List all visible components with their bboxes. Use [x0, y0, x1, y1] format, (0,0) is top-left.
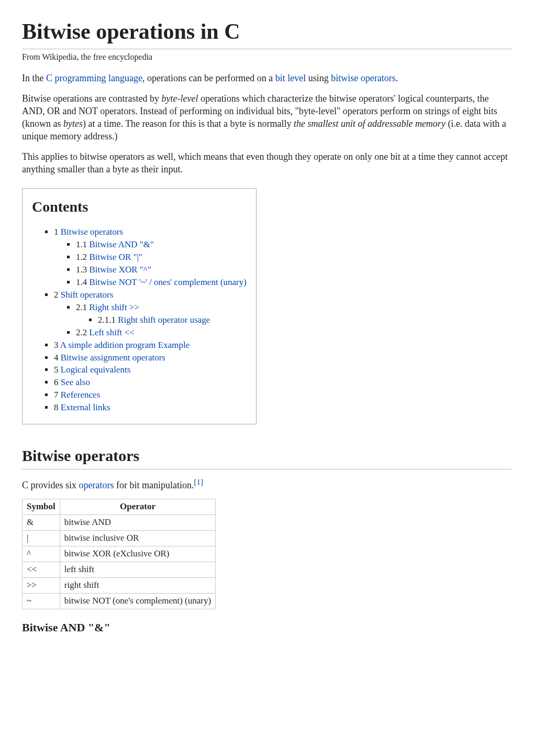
- toc-num: 2.1.1: [98, 315, 116, 325]
- page-title: Bitwise operations in C: [22, 17, 512, 49]
- toc-item: 2 Shift operators 2.1 Right shift >> 2.1…: [54, 289, 247, 339]
- toc-num: 2: [54, 290, 59, 300]
- toc-link-assignment-ops[interactable]: Bitwise assignment operators: [61, 353, 165, 363]
- text: In the: [22, 73, 46, 83]
- toc-item: 1.2 Bitwise OR "|": [76, 251, 247, 264]
- cell-symbol: <<: [23, 562, 60, 577]
- toc-link-logical-equiv[interactable]: Logical equivalents: [61, 365, 131, 375]
- link-operators[interactable]: operators: [79, 480, 114, 490]
- text: , operations can be performed on a: [142, 73, 275, 83]
- table-row: ^ bitwise XOR (eXclusive OR): [23, 546, 216, 562]
- text: Bitwise operations are contrasted by: [22, 93, 161, 104]
- toc-num: 4: [54, 353, 59, 363]
- toc-link-bitwise-or[interactable]: Bitwise OR "|": [90, 252, 142, 262]
- toc-link-references[interactable]: References: [61, 390, 101, 400]
- em-byte-level: byte-level: [161, 93, 198, 104]
- toc-num: 7: [54, 390, 59, 400]
- toc-num: 1.1: [76, 239, 87, 249]
- text: for bit manipulation.: [114, 480, 194, 490]
- link-bit-level[interactable]: bit level: [275, 73, 306, 83]
- section1-paragraph: C provides six operators for bit manipul…: [22, 477, 512, 491]
- th-operator: Operator: [60, 499, 215, 515]
- toc-link-right-shift-usage[interactable]: Right shift operator usage: [118, 315, 210, 325]
- cell-symbol: |: [23, 530, 60, 546]
- cell-operator: bitwise XOR (eXclusive OR): [60, 546, 215, 562]
- toc-num: 2.1: [76, 302, 87, 312]
- toc-list: 1 Bitwise operators 1.1 Bitwise AND "&" …: [32, 226, 247, 414]
- toc-heading: Contents: [32, 197, 247, 217]
- operators-table: Symbol Operator & bitwise AND | bitwise …: [22, 499, 216, 609]
- link-c-language[interactable]: C programming language: [46, 73, 142, 83]
- toc-item: 8 External links: [54, 402, 247, 414]
- toc-item: 2.1.1 Right shift operator usage: [98, 314, 247, 326]
- text: C provides six: [22, 480, 79, 490]
- toc-num: 5: [54, 365, 59, 375]
- toc-item: 1 Bitwise operators 1.1 Bitwise AND "&" …: [54, 226, 247, 289]
- table-of-contents: Contents 1 Bitwise operators 1.1 Bitwise…: [22, 188, 257, 424]
- table-row: ~ bitwise NOT (one's complement) (unary): [23, 593, 216, 609]
- toc-link-shift-operators[interactable]: Shift operators: [61, 290, 114, 300]
- reference-link-1[interactable]: [1]: [194, 478, 203, 486]
- toc-link-bitwise-xor[interactable]: Bitwise XOR "^": [90, 265, 151, 275]
- toc-num: 2.2: [76, 327, 87, 337]
- th-symbol: Symbol: [23, 499, 60, 515]
- toc-num: 1.4: [76, 277, 87, 287]
- cell-symbol: ~: [23, 593, 60, 609]
- cell-symbol: &: [23, 514, 60, 530]
- section-heading-bitwise-operators: Bitwise operators: [22, 445, 512, 469]
- toc-item: 5 Logical equivalents: [54, 364, 247, 376]
- table-row: >> right shift: [23, 577, 216, 593]
- table-row: << left shift: [23, 562, 216, 577]
- cell-operator: left shift: [60, 562, 215, 577]
- toc-item: 7 References: [54, 389, 247, 401]
- intro-paragraph-1: In the C programming language, operation…: [22, 72, 512, 84]
- cell-symbol: ^: [23, 546, 60, 562]
- text: ) at a time. The reason for this is that…: [83, 118, 294, 129]
- text: .: [396, 73, 398, 83]
- toc-num: 1.2: [76, 252, 87, 262]
- toc-link-addition-example[interactable]: A simple addition program Example: [60, 340, 190, 350]
- toc-item: 4 Bitwise assignment operators: [54, 352, 247, 364]
- cell-operator: bitwise AND: [60, 514, 215, 530]
- toc-num: 6: [54, 377, 59, 387]
- toc-link-left-shift[interactable]: Left shift <<: [90, 327, 135, 337]
- subsection-heading-bitwise-and: Bitwise AND "&": [22, 620, 512, 636]
- toc-item: 2.1 Right shift >> 2.1.1 Right shift ope…: [76, 302, 247, 326]
- toc-num: 3: [54, 340, 59, 350]
- toc-num: 1.3: [76, 265, 87, 275]
- toc-link-see-also[interactable]: See also: [61, 377, 90, 387]
- toc-item: 1.4 Bitwise NOT '~' / ones' complement (…: [76, 277, 247, 289]
- intro-paragraph-2: Bitwise operations are contrasted by byt…: [22, 92, 512, 143]
- toc-link-right-shift[interactable]: Right shift >>: [90, 302, 140, 312]
- cell-operator: bitwise NOT (one's complement) (unary): [60, 593, 215, 609]
- toc-item: 1.1 Bitwise AND "&": [76, 239, 247, 251]
- toc-link-bitwise-operators[interactable]: Bitwise operators: [61, 227, 123, 237]
- cell-operator: right shift: [60, 577, 215, 593]
- toc-item: 1.3 Bitwise XOR "^": [76, 264, 247, 276]
- toc-link-bitwise-not[interactable]: Bitwise NOT '~' / ones' complement (unar…: [90, 277, 247, 287]
- text: using: [306, 73, 331, 83]
- toc-item: 6 See also: [54, 377, 247, 389]
- cell-symbol: >>: [23, 577, 60, 593]
- page-subtitle: From Wikipedia, the free encyclopedia: [22, 51, 512, 63]
- cell-operator: bitwise inclusive OR: [60, 530, 215, 546]
- toc-num: 8: [54, 402, 59, 412]
- toc-link-bitwise-and[interactable]: Bitwise AND "&": [90, 239, 154, 249]
- table-row: Symbol Operator: [23, 499, 216, 515]
- link-bitwise-operators[interactable]: bitwise operators: [331, 73, 395, 83]
- toc-item: 2.2 Left shift <<: [76, 327, 247, 339]
- em-addressable-memory: the smallest unit of addressable memory: [294, 118, 446, 129]
- toc-num: 1: [54, 227, 59, 237]
- intro-paragraph-3: This applies to bitwise operators as wel…: [22, 150, 512, 176]
- em-bytes: bytes: [63, 118, 83, 129]
- toc-link-external-links[interactable]: External links: [61, 402, 110, 412]
- toc-item: 3 A simple addition program Example: [54, 339, 247, 352]
- table-row: & bitwise AND: [23, 514, 216, 530]
- table-row: | bitwise inclusive OR: [23, 530, 216, 546]
